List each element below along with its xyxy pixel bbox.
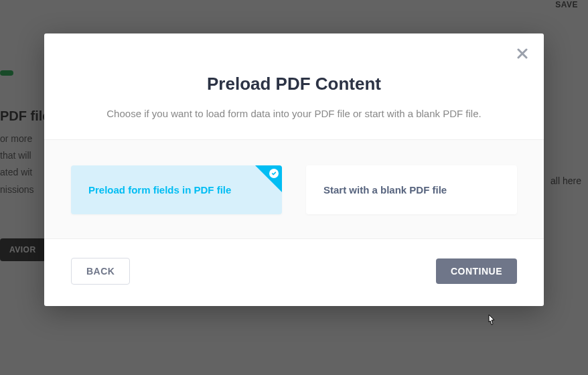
option-blank-label: Start with a blank PDF file — [323, 184, 447, 196]
modal-header: Preload PDF Content Choose if you want t… — [44, 33, 544, 139]
modal-title: Preload PDF Content — [71, 74, 517, 94]
option-preload-fields[interactable]: Preload form fields in PDF file — [71, 165, 282, 214]
continue-button[interactable]: CONTINUE — [436, 258, 517, 284]
modal-body: Preload form fields in PDF file Start wi… — [44, 139, 544, 238]
close-icon[interactable] — [517, 48, 528, 62]
back-button[interactable]: BACK — [71, 258, 130, 285]
option-blank-file[interactable]: Start with a blank PDF file — [306, 165, 517, 214]
modal-preload-pdf: Preload PDF Content Choose if you want t… — [44, 33, 544, 306]
option-preload-label: Preload form fields in PDF file — [88, 184, 231, 196]
modal-footer: BACK CONTINUE — [44, 238, 544, 306]
selected-corner — [255, 165, 282, 192]
modal-subtitle: Choose if you want to load form data int… — [71, 108, 517, 119]
checkmark-icon — [269, 169, 279, 178]
